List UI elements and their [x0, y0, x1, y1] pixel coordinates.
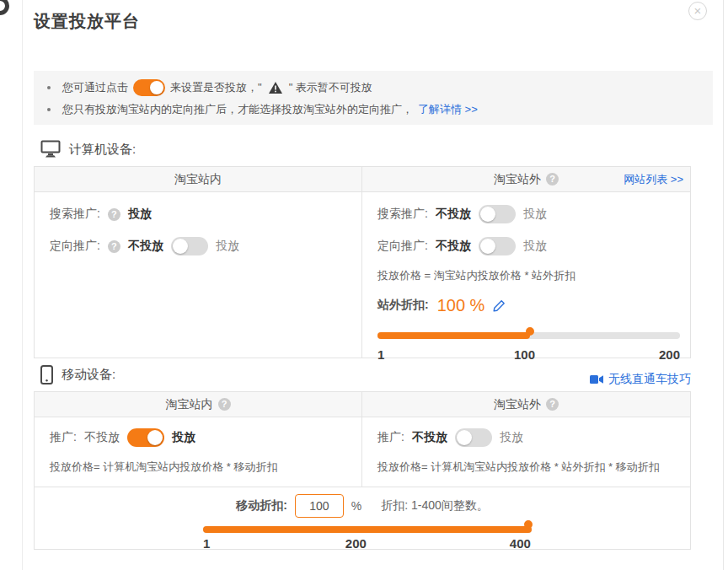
percent-sign: % [351, 499, 361, 513]
promo-off-value: 不投放 [84, 430, 120, 445]
outside-slider-ticks: 1 100 200 [377, 347, 680, 363]
mobile-inside-header-cell: 淘宝站内 ? [35, 392, 362, 417]
mobile-inside-cell: 推广: 不投放 投放 投放价格= 计算机淘宝站内投放价格 * 移动折扣 [35, 417, 362, 487]
computer-outside-search-toggle[interactable] [479, 205, 516, 223]
mobile-discount-hint: 折扣: 1-400间整数。 [381, 498, 489, 514]
smartphone-icon [40, 365, 53, 384]
computer-inside-targeting-toggle[interactable] [171, 237, 208, 255]
example-toggle[interactable] [133, 79, 165, 96]
search-promo-value: 投放 [128, 207, 152, 222]
slider-fill [203, 526, 532, 533]
notice-1-post: " 表示暂不可投放 [289, 80, 372, 95]
close-icon: × [694, 3, 702, 18]
edit-pencil-icon[interactable] [493, 299, 506, 312]
mobile-outside-promo-row: 推广: 不投放 投放 [377, 428, 690, 448]
computer-inside-search-row: 搜索推广: ? 投放 [50, 204, 361, 224]
promo-on-value: 投放 [500, 430, 523, 445]
computer-outside-targeting-toggle[interactable] [479, 237, 516, 255]
search-promo-label: 搜索推广: [377, 207, 428, 222]
computer-outside-targeting-row: 定向推广: 不投放 投放 [377, 236, 690, 256]
outside-price-formula: 投放价格 = 淘宝站内投放价格 * 站外折扣 [377, 268, 690, 285]
outside-discount-label: 站外折扣: [377, 298, 429, 313]
desktop-monitor-icon [40, 140, 61, 159]
targeting-off-value: 不投放 [128, 239, 163, 254]
computer-section-header: 计算机设备: [40, 140, 136, 159]
slider-handle[interactable] [526, 327, 534, 336]
close-button[interactable]: × [688, 2, 707, 20]
computer-table-header: 淘宝站内 淘宝站外 ? 网站列表 >> [35, 167, 690, 192]
outside-discount-slider-area: 1 100 200 [377, 331, 680, 363]
tick-mid: 200 [345, 536, 367, 551]
bullet-dot [47, 86, 51, 89]
notice-box: 您可通过点击 来设置是否投放，" " 表示暂不可投放 您只有投放淘宝站内的定向推… [34, 71, 713, 125]
help-icon[interactable]: ? [218, 398, 231, 411]
toggle-knob [150, 81, 163, 94]
computer-outside-header-label: 淘宝站外 [494, 172, 541, 187]
notice-1-pre: 您可通过点击 [62, 80, 128, 95]
targeting-promo-label: 定向推广: [377, 239, 428, 254]
slider-handle[interactable] [524, 520, 533, 529]
mobile-inside-header-label: 淘宝站内 [166, 397, 213, 412]
mobile-outside-cell: 推广: 不投放 投放 投放价格= 计算机淘宝站内投放价格 * 站外折扣 * 移动… [362, 417, 690, 487]
search-off-value: 不投放 [436, 207, 471, 222]
toggle-knob [173, 239, 188, 254]
computer-table: 淘宝站内 淘宝站外 ? 网站列表 >> 搜索推广: ? 投放 定向推广: ? 不… [34, 166, 691, 358]
set-delivery-platform-dialog: × 设置投放平台 您可通过点击 来设置是否投放，" " 表示暂不可投放 您只有投… [0, 0, 728, 570]
mobile-outside-promo-toggle[interactable] [455, 428, 492, 447]
site-list-link[interactable]: 网站列表 >> [624, 172, 683, 187]
learn-more-link[interactable]: 了解详情 >> [418, 102, 478, 117]
mobile-table: 淘宝站内 ? 淘宝站外 ? 推广: 不投放 投放 投放价格= 计算机淘宝站内投放… [34, 391, 691, 550]
mobile-discount-slider[interactable] [203, 524, 532, 535]
help-icon[interactable]: ? [546, 398, 559, 411]
computer-table-body: 搜索推广: ? 投放 定向推广: ? 不投放 投放 搜索推广: 不投放 投放 [35, 192, 690, 358]
mobile-table-body: 推广: 不投放 投放 投放价格= 计算机淘宝站内投放价格 * 移动折扣 推广: … [35, 417, 690, 487]
computer-outside-search-row: 搜索推广: 不投放 投放 [377, 204, 690, 224]
help-icon[interactable]: ? [108, 208, 120, 221]
notice-line-2: 您只有投放淘宝站内的定向推广后，才能选择投放淘宝站外的定向推广， 了解详情 >> [47, 99, 713, 121]
mobile-discount-input[interactable] [295, 494, 344, 518]
warning-triangle-icon [269, 82, 282, 94]
mobile-section-header: 移动设备: [40, 365, 115, 384]
mobile-inside-promo-row: 推广: 不投放 投放 [50, 428, 361, 448]
tick-mid: 100 [514, 347, 535, 362]
help-icon[interactable]: ? [546, 173, 559, 186]
tick-min: 1 [377, 347, 384, 362]
computer-section-label: 计算机设备: [69, 142, 136, 158]
tick-min: 1 [203, 536, 210, 551]
mobile-section-label: 移动设备: [62, 367, 115, 383]
search-on-value: 投放 [523, 207, 547, 222]
promo-label: 推广: [377, 430, 404, 445]
mobile-outside-price-formula: 投放价格= 计算机淘宝站内投放价格 * 站外折扣 * 移动折扣 [377, 460, 690, 476]
computer-inside-cell: 搜索推广: ? 投放 定向推广: ? 不投放 投放 [35, 192, 362, 358]
targeting-promo-label: 定向推广: [50, 239, 100, 254]
mobile-discount-label: 移动折扣: [236, 498, 287, 514]
mobile-inside-promo-toggle[interactable] [127, 428, 164, 447]
targeting-off-value: 不投放 [436, 239, 471, 254]
clipped-page-icon [0, 0, 9, 15]
notice-1-mid: 来设置是否投放，" [170, 80, 262, 95]
notice-2-text: 您只有投放淘宝站内的定向推广后，才能选择投放淘宝站外的定向推广， [62, 102, 413, 117]
dialog-left-edge [22, 0, 23, 570]
wireless-tips-link[interactable]: 无线直通车技巧 [590, 372, 691, 387]
mobile-slider-ticks: 1 200 400 [203, 536, 532, 551]
computer-outside-cell: 搜索推广: 不投放 投放 定向推广: 不投放 投放 投放价格 = 淘宝站内投放价… [362, 192, 690, 358]
computer-inside-targeting-row: 定向推广: ? 不投放 投放 [50, 236, 361, 256]
notice-line-1: 您可通过点击 来设置是否投放，" " 表示暂不可投放 [47, 77, 713, 99]
computer-outside-header-cell: 淘宝站外 ? 网站列表 >> [362, 167, 690, 191]
toggle-knob [147, 430, 163, 445]
help-icon[interactable]: ? [108, 240, 120, 253]
mobile-outside-header-cell: 淘宝站外 ? [362, 392, 690, 417]
outside-discount-value: 100 % [437, 296, 485, 315]
promo-label: 推广: [50, 430, 77, 445]
mobile-discount-row: 移动折扣: % 折扣: 1-400间整数。 1 200 400 [35, 487, 690, 550]
computer-inside-header-label: 淘宝站内 [174, 172, 222, 187]
tick-max: 400 [510, 536, 531, 551]
page-title: 设置投放平台 [34, 10, 140, 33]
outside-discount-slider[interactable] [377, 331, 680, 341]
toggle-knob [480, 239, 495, 254]
bullet-dot [47, 108, 51, 111]
dialog-right-edge [723, 0, 724, 570]
slider-fill [377, 332, 530, 339]
targeting-on-value: 投放 [523, 239, 547, 254]
wireless-tips-label: 无线直通车技巧 [608, 372, 691, 387]
